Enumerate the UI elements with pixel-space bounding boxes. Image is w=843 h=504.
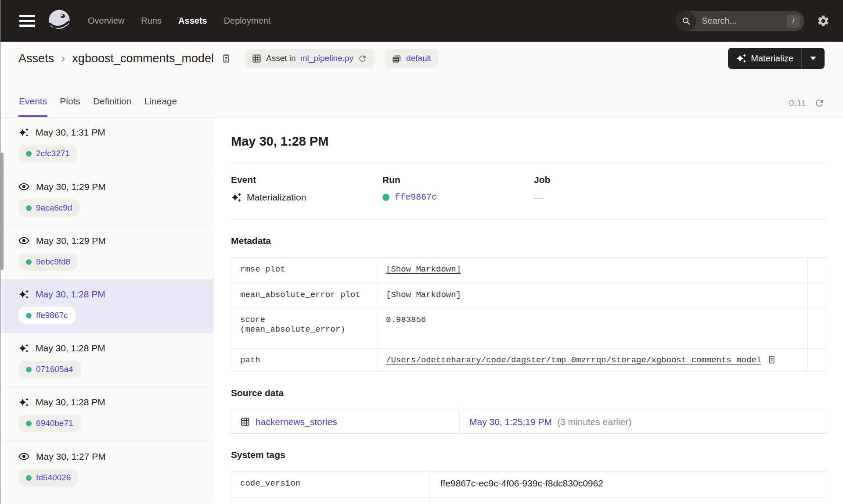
- nav-overview[interactable]: Overview: [88, 16, 124, 26]
- asset-tabs: Events Plots Definition Lineage: [18, 96, 177, 117]
- event-summary: Event Materialization Run f: [231, 163, 827, 219]
- source-data-heading: Source data: [231, 388, 827, 398]
- eye-icon: [18, 181, 29, 192]
- materialize-label: Materialize: [751, 54, 793, 64]
- chevron-down-icon: [810, 57, 816, 60]
- search-icon: [676, 11, 696, 31]
- breadcrumb-chevron: ›: [61, 52, 65, 64]
- event-list-item[interactable]: May 30, 1:28 PM 071605a4: [0, 333, 213, 387]
- sparkle-icon: [231, 192, 241, 203]
- refresh-timer: 0:11: [789, 98, 806, 108]
- event-timestamp: May 30, 1:28 PM: [36, 289, 105, 300]
- run-status-dot: [26, 475, 32, 481]
- tab-events[interactable]: Events: [18, 96, 47, 117]
- run-id-badge[interactable]: 2cfc3271: [18, 145, 77, 162]
- page-title: xgboost_comments_model: [72, 52, 214, 65]
- gear-icon[interactable]: [817, 14, 830, 28]
- sparkle-icon: [736, 53, 746, 64]
- table-row: rmse plot [Show Markdown]: [231, 258, 827, 283]
- nav-runs[interactable]: Runs: [141, 16, 162, 26]
- metadata-heading: Metadata: [231, 236, 827, 246]
- table-row: code_version ffe9867c-ec9c-4f06-939c-f8d…: [231, 472, 827, 497]
- reload-location-icon[interactable]: [358, 54, 367, 63]
- run-id-link[interactable]: 2cfc3271: [36, 149, 70, 158]
- source-asset-cell: hackernews_stories: [231, 410, 460, 433]
- group-icon: [392, 54, 402, 64]
- materialize-split-button: Materialize: [728, 48, 825, 69]
- metadata-key: path: [231, 349, 376, 372]
- event-timestamp: May 30, 1:28 PM: [36, 397, 105, 407]
- run-link[interactable]: ffe9867c: [395, 192, 437, 202]
- event-list-item[interactable]: May 30, 1:31 PM 2cfc3271: [0, 118, 213, 172]
- event-timestamp: May 30, 1:31 PM: [36, 127, 105, 138]
- eye-icon: [18, 451, 29, 462]
- run-id-link[interactable]: 9ebc9fd8: [36, 257, 70, 267]
- event-detail-pane: May 30, 1:28 PM Event Materialization: [213, 118, 843, 504]
- metadata-value: 0.983856: [386, 315, 426, 325]
- source-timestamp-link[interactable]: May 30, 1:25:19 PM: [469, 417, 552, 427]
- asset-grid-icon: [240, 417, 250, 427]
- table-row: [231, 497, 827, 504]
- asset-code-location-badge: Asset in ml_pipeline.py: [245, 49, 374, 68]
- event-list-item[interactable]: May 30, 1:28 PM ffe9867c: [0, 279, 213, 333]
- table-row: mean_absolute_error plot [Show Markdown]: [231, 283, 827, 308]
- refresh-icon[interactable]: [814, 98, 825, 108]
- sparkle-icon: [18, 397, 29, 407]
- nav-deployment[interactable]: Deployment: [224, 16, 271, 26]
- run-id-link[interactable]: 071605a4: [36, 365, 73, 374]
- menu-icon[interactable]: [19, 15, 35, 27]
- dagster-logo[interactable]: [47, 8, 72, 34]
- tab-definition[interactable]: Definition: [93, 96, 132, 117]
- run-id-badge[interactable]: 9aca6c9d: [18, 199, 79, 217]
- run-id-badge[interactable]: ffe9867c: [18, 307, 76, 324]
- show-markdown-link[interactable]: [Show Markdown]: [386, 290, 461, 300]
- group-link[interactable]: default: [406, 54, 431, 63]
- event-list-item[interactable]: May 30, 1:27 PM fd540026: [0, 441, 213, 495]
- search-shortcut-key: /: [787, 14, 800, 28]
- sparkle-icon: [18, 343, 29, 354]
- event-timestamp: May 30, 1:29 PM: [36, 236, 106, 246]
- event-list-item[interactable]: May 30, 1:28 PM 6940be71: [0, 387, 213, 441]
- run-status-dot: [26, 421, 32, 426]
- asset-tabs-row: Events Plots Definition Lineage 0:11: [0, 75, 843, 117]
- breadcrumb-assets[interactable]: Assets: [18, 52, 54, 65]
- run-id-link[interactable]: 6940be71: [36, 418, 73, 428]
- search-box[interactable]: /: [676, 11, 804, 31]
- event-list-item[interactable]: May 30, 1:29 PM 9ebc9fd8: [0, 225, 213, 279]
- system-tags-heading: System tags: [231, 450, 827, 460]
- tab-plots[interactable]: Plots: [59, 96, 81, 117]
- asset-in-label: Asset in: [266, 54, 296, 63]
- materialize-dropdown-button[interactable]: [802, 48, 825, 69]
- top-nav: Overview Runs Assets Deployment /: [0, 0, 843, 42]
- run-id-badge[interactable]: fd540026: [18, 469, 78, 486]
- copy-path-icon[interactable]: [767, 354, 777, 365]
- code-location-link[interactable]: ml_pipeline.py: [300, 54, 353, 63]
- run-status-dot: [26, 151, 32, 157]
- run-id-badge[interactable]: 6940be71: [18, 415, 81, 432]
- source-time-note: (3 minutes earlier): [557, 417, 631, 427]
- source-time-cell: May 30, 1:25:19 PM (3 minutes earlier): [460, 410, 827, 433]
- asset-header: Assets › xgboost_comments_model Asset in…: [0, 42, 843, 75]
- search-input[interactable]: [702, 16, 772, 26]
- asset-group-badge: default: [385, 49, 438, 68]
- run-id-link[interactable]: 9aca6c9d: [36, 203, 72, 213]
- show-markdown-link[interactable]: [Show Markdown]: [386, 265, 461, 274]
- metadata-table: rmse plot [Show Markdown] mean_absolute_…: [231, 257, 827, 372]
- run-id-link[interactable]: fd540026: [36, 473, 71, 483]
- eye-icon: [18, 235, 29, 246]
- event-timestamp: May 30, 1:28 PM: [36, 343, 105, 354]
- copy-asset-name-icon[interactable]: [221, 53, 231, 64]
- run-id-badge[interactable]: 071605a4: [18, 361, 81, 378]
- path-link[interactable]: /Users/odetteharary/code/dagster/tmp_0mz…: [386, 355, 761, 365]
- run-id-link[interactable]: ffe9867c: [36, 311, 68, 320]
- run-id-badge[interactable]: 9ebc9fd8: [18, 253, 78, 271]
- run-status-dot: [382, 194, 389, 201]
- source-asset-link[interactable]: hackernews_stories: [256, 417, 337, 427]
- event-list-item[interactable]: May 30, 1:29 PM 9aca6c9d: [0, 172, 213, 225]
- tab-lineage[interactable]: Lineage: [144, 96, 177, 117]
- materialize-button[interactable]: Materialize: [728, 48, 801, 69]
- nav-assets[interactable]: Assets: [178, 16, 207, 26]
- system-tags-table: code_version ffe9867c-ec9c-4f06-939c-f8d…: [231, 472, 827, 504]
- source-data-table: hackernews_stories May 30, 1:25:19 PM (3…: [231, 410, 827, 434]
- scrollbar-thumb[interactable]: [0, 153, 4, 270]
